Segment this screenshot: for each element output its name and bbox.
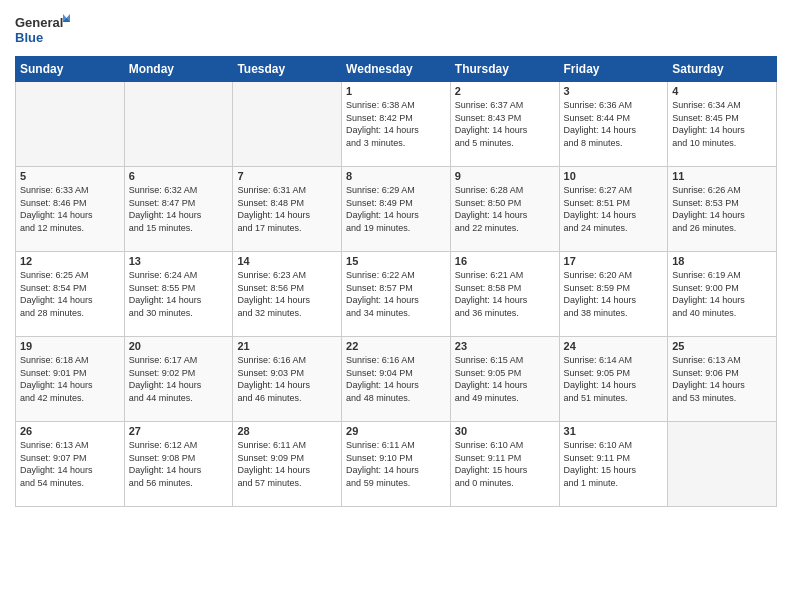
header-row: SundayMondayTuesdayWednesdayThursdayFrid… (16, 57, 777, 82)
day-number: 16 (455, 255, 555, 267)
day-info: Sunrise: 6:18 AMSunset: 9:01 PMDaylight:… (20, 354, 120, 404)
logo: General Blue (15, 10, 70, 48)
day-number: 28 (237, 425, 337, 437)
day-info: Sunrise: 6:14 AMSunset: 9:05 PMDaylight:… (564, 354, 664, 404)
day-cell: 26Sunrise: 6:13 AMSunset: 9:07 PMDayligh… (16, 422, 125, 507)
week-row-2: 5Sunrise: 6:33 AMSunset: 8:46 PMDaylight… (16, 167, 777, 252)
day-cell (16, 82, 125, 167)
day-number: 18 (672, 255, 772, 267)
day-cell (124, 82, 233, 167)
svg-text:Blue: Blue (15, 30, 43, 45)
day-info: Sunrise: 6:13 AMSunset: 9:06 PMDaylight:… (672, 354, 772, 404)
day-number: 9 (455, 170, 555, 182)
day-info: Sunrise: 6:23 AMSunset: 8:56 PMDaylight:… (237, 269, 337, 319)
day-number: 6 (129, 170, 229, 182)
day-number: 11 (672, 170, 772, 182)
day-info: Sunrise: 6:15 AMSunset: 9:05 PMDaylight:… (455, 354, 555, 404)
day-cell: 21Sunrise: 6:16 AMSunset: 9:03 PMDayligh… (233, 337, 342, 422)
day-info: Sunrise: 6:10 AMSunset: 9:11 PMDaylight:… (455, 439, 555, 489)
day-cell: 19Sunrise: 6:18 AMSunset: 9:01 PMDayligh… (16, 337, 125, 422)
day-number: 13 (129, 255, 229, 267)
col-header-friday: Friday (559, 57, 668, 82)
day-info: Sunrise: 6:33 AMSunset: 8:46 PMDaylight:… (20, 184, 120, 234)
week-row-4: 19Sunrise: 6:18 AMSunset: 9:01 PMDayligh… (16, 337, 777, 422)
day-cell: 13Sunrise: 6:24 AMSunset: 8:55 PMDayligh… (124, 252, 233, 337)
day-number: 29 (346, 425, 446, 437)
day-cell: 22Sunrise: 6:16 AMSunset: 9:04 PMDayligh… (342, 337, 451, 422)
day-info: Sunrise: 6:25 AMSunset: 8:54 PMDaylight:… (20, 269, 120, 319)
day-cell (668, 422, 777, 507)
day-number: 7 (237, 170, 337, 182)
day-number: 12 (20, 255, 120, 267)
day-number: 1 (346, 85, 446, 97)
day-number: 25 (672, 340, 772, 352)
day-number: 17 (564, 255, 664, 267)
day-info: Sunrise: 6:28 AMSunset: 8:50 PMDaylight:… (455, 184, 555, 234)
day-cell: 1Sunrise: 6:38 AMSunset: 8:42 PMDaylight… (342, 82, 451, 167)
day-cell: 4Sunrise: 6:34 AMSunset: 8:45 PMDaylight… (668, 82, 777, 167)
day-number: 21 (237, 340, 337, 352)
day-info: Sunrise: 6:17 AMSunset: 9:02 PMDaylight:… (129, 354, 229, 404)
day-cell (233, 82, 342, 167)
day-number: 2 (455, 85, 555, 97)
day-number: 26 (20, 425, 120, 437)
svg-text:General: General (15, 15, 63, 30)
day-cell: 15Sunrise: 6:22 AMSunset: 8:57 PMDayligh… (342, 252, 451, 337)
day-number: 5 (20, 170, 120, 182)
day-info: Sunrise: 6:34 AMSunset: 8:45 PMDaylight:… (672, 99, 772, 149)
day-info: Sunrise: 6:13 AMSunset: 9:07 PMDaylight:… (20, 439, 120, 489)
day-cell: 9Sunrise: 6:28 AMSunset: 8:50 PMDaylight… (450, 167, 559, 252)
day-cell: 7Sunrise: 6:31 AMSunset: 8:48 PMDaylight… (233, 167, 342, 252)
day-cell: 16Sunrise: 6:21 AMSunset: 8:58 PMDayligh… (450, 252, 559, 337)
day-number: 23 (455, 340, 555, 352)
day-number: 22 (346, 340, 446, 352)
day-cell: 2Sunrise: 6:37 AMSunset: 8:43 PMDaylight… (450, 82, 559, 167)
day-cell: 12Sunrise: 6:25 AMSunset: 8:54 PMDayligh… (16, 252, 125, 337)
day-number: 24 (564, 340, 664, 352)
week-row-5: 26Sunrise: 6:13 AMSunset: 9:07 PMDayligh… (16, 422, 777, 507)
day-info: Sunrise: 6:27 AMSunset: 8:51 PMDaylight:… (564, 184, 664, 234)
day-info: Sunrise: 6:36 AMSunset: 8:44 PMDaylight:… (564, 99, 664, 149)
day-number: 8 (346, 170, 446, 182)
day-info: Sunrise: 6:29 AMSunset: 8:49 PMDaylight:… (346, 184, 446, 234)
day-number: 14 (237, 255, 337, 267)
day-cell: 31Sunrise: 6:10 AMSunset: 9:11 PMDayligh… (559, 422, 668, 507)
day-cell: 17Sunrise: 6:20 AMSunset: 8:59 PMDayligh… (559, 252, 668, 337)
day-info: Sunrise: 6:16 AMSunset: 9:04 PMDaylight:… (346, 354, 446, 404)
day-info: Sunrise: 6:24 AMSunset: 8:55 PMDaylight:… (129, 269, 229, 319)
day-number: 20 (129, 340, 229, 352)
col-header-saturday: Saturday (668, 57, 777, 82)
day-cell: 25Sunrise: 6:13 AMSunset: 9:06 PMDayligh… (668, 337, 777, 422)
day-info: Sunrise: 6:38 AMSunset: 8:42 PMDaylight:… (346, 99, 446, 149)
day-info: Sunrise: 6:10 AMSunset: 9:11 PMDaylight:… (564, 439, 664, 489)
col-header-sunday: Sunday (16, 57, 125, 82)
week-row-3: 12Sunrise: 6:25 AMSunset: 8:54 PMDayligh… (16, 252, 777, 337)
day-cell: 14Sunrise: 6:23 AMSunset: 8:56 PMDayligh… (233, 252, 342, 337)
day-number: 3 (564, 85, 664, 97)
day-number: 27 (129, 425, 229, 437)
col-header-thursday: Thursday (450, 57, 559, 82)
day-cell: 11Sunrise: 6:26 AMSunset: 8:53 PMDayligh… (668, 167, 777, 252)
day-cell: 20Sunrise: 6:17 AMSunset: 9:02 PMDayligh… (124, 337, 233, 422)
day-info: Sunrise: 6:12 AMSunset: 9:08 PMDaylight:… (129, 439, 229, 489)
day-cell: 8Sunrise: 6:29 AMSunset: 8:49 PMDaylight… (342, 167, 451, 252)
day-number: 31 (564, 425, 664, 437)
day-info: Sunrise: 6:21 AMSunset: 8:58 PMDaylight:… (455, 269, 555, 319)
day-cell: 29Sunrise: 6:11 AMSunset: 9:10 PMDayligh… (342, 422, 451, 507)
day-info: Sunrise: 6:26 AMSunset: 8:53 PMDaylight:… (672, 184, 772, 234)
day-info: Sunrise: 6:31 AMSunset: 8:48 PMDaylight:… (237, 184, 337, 234)
day-cell: 10Sunrise: 6:27 AMSunset: 8:51 PMDayligh… (559, 167, 668, 252)
logo-svg: General Blue (15, 10, 70, 48)
day-cell: 18Sunrise: 6:19 AMSunset: 9:00 PMDayligh… (668, 252, 777, 337)
day-info: Sunrise: 6:37 AMSunset: 8:43 PMDaylight:… (455, 99, 555, 149)
day-cell: 30Sunrise: 6:10 AMSunset: 9:11 PMDayligh… (450, 422, 559, 507)
day-cell: 5Sunrise: 6:33 AMSunset: 8:46 PMDaylight… (16, 167, 125, 252)
day-cell: 28Sunrise: 6:11 AMSunset: 9:09 PMDayligh… (233, 422, 342, 507)
day-number: 30 (455, 425, 555, 437)
col-header-tuesday: Tuesday (233, 57, 342, 82)
day-info: Sunrise: 6:32 AMSunset: 8:47 PMDaylight:… (129, 184, 229, 234)
day-number: 15 (346, 255, 446, 267)
day-cell: 23Sunrise: 6:15 AMSunset: 9:05 PMDayligh… (450, 337, 559, 422)
day-cell: 3Sunrise: 6:36 AMSunset: 8:44 PMDaylight… (559, 82, 668, 167)
day-info: Sunrise: 6:16 AMSunset: 9:03 PMDaylight:… (237, 354, 337, 404)
